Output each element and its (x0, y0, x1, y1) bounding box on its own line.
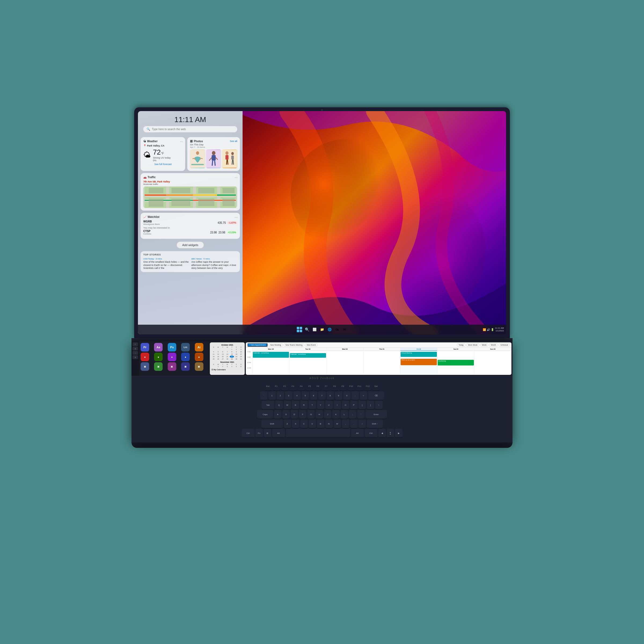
photos-menu[interactable]: ··· (235, 139, 238, 144)
key-j[interactable]: J (324, 410, 331, 419)
key-f6[interactable]: F6 (314, 382, 322, 390)
key-9[interactable]: 9 (335, 391, 342, 400)
key-k[interactable]: K (332, 410, 340, 419)
key-f11[interactable]: F11 (356, 382, 363, 390)
key-rbracket[interactable]: ] (367, 401, 374, 409)
mail-icon[interactable]: ✉ (342, 327, 347, 332)
key-s[interactable]: S (282, 410, 290, 419)
key-backspace[interactable]: ⌫ (368, 391, 384, 400)
new-appointment-btn[interactable]: + New Appointment (247, 343, 268, 347)
file-explorer-icon[interactable]: 📁 (319, 327, 325, 332)
key-o[interactable]: O (342, 401, 349, 409)
key-slash[interactable]: / (358, 419, 366, 428)
key-i[interactable]: I (334, 401, 341, 409)
new-meeting-btn[interactable]: New Meeting (269, 343, 283, 346)
work-week-btn[interactable]: Work Week (466, 343, 479, 346)
key-del[interactable]: Del (372, 382, 380, 390)
week-btn[interactable]: Week (480, 343, 488, 346)
key-w[interactable]: W (284, 401, 291, 409)
watchlist-menu[interactable]: ··· (235, 215, 238, 219)
cal-today[interactable]: 22 (230, 356, 234, 358)
key-backslash[interactable]: \ (375, 401, 383, 409)
schedule-btn[interactable]: Schedule (499, 343, 510, 346)
key-f7[interactable]: F7 (323, 382, 330, 390)
key-y[interactable]: Y (317, 401, 324, 409)
key-1[interactable]: 1 (268, 391, 276, 400)
today-btn[interactable]: Today (457, 343, 465, 346)
key-comma[interactable]: , (342, 419, 349, 428)
app-blue1[interactable]: ● (181, 353, 190, 361)
key-arrow-updown[interactable]: ▲▼ (387, 429, 394, 437)
key-f1[interactable]: F1 (273, 382, 280, 390)
app-misc5[interactable]: ▣ (195, 362, 203, 371)
key-win[interactable]: ⊞ (264, 429, 271, 437)
new-teams-meeting-btn[interactable]: New Teams Meeting (284, 343, 304, 346)
app-purple1[interactable]: ● (168, 353, 176, 361)
key-8[interactable]: 8 (327, 391, 334, 400)
key-f4[interactable]: F4 (298, 382, 305, 390)
key-3[interactable]: 3 (285, 391, 292, 400)
key-f12[interactable]: F12 (364, 382, 372, 390)
traffic-menu[interactable]: ··· (235, 175, 238, 180)
key-0[interactable]: 0 (343, 391, 351, 400)
key-equals[interactable]: = (360, 391, 367, 400)
side-btn-3[interactable]: ☆ (133, 351, 138, 355)
key-arrow-right[interactable]: ▶ (395, 429, 403, 437)
key-2[interactable]: 2 (277, 391, 284, 400)
key-f3[interactable]: F3 (289, 382, 297, 390)
key-b[interactable]: B (317, 419, 324, 428)
weather-menu[interactable]: ··· (180, 139, 183, 144)
key-z[interactable]: Z (284, 419, 291, 428)
key-f10[interactable]: F10 (347, 382, 355, 390)
add-widgets-button[interactable]: Add widgets (177, 241, 204, 248)
key-f5[interactable]: F5 (306, 382, 313, 390)
key-f[interactable]: F (299, 410, 306, 419)
key-t[interactable]: T (309, 401, 316, 409)
side-btn-4[interactable]: ⚙ (133, 355, 138, 359)
key-alt-right[interactable]: Alt (351, 429, 364, 437)
app-lightroom[interactable]: Lrc (181, 343, 190, 352)
key-period[interactable]: . (350, 419, 358, 428)
app-illustrator[interactable]: Ai (195, 343, 203, 352)
app-misc4[interactable]: ▣ (181, 362, 190, 371)
app-misc3[interactable]: ▣ (168, 362, 176, 371)
key-shift-left[interactable]: Shift (261, 419, 283, 428)
start-button[interactable] (297, 327, 302, 332)
search-input[interactable] (152, 128, 234, 131)
key-l[interactable]: L (341, 410, 348, 419)
app-orange1[interactable]: ● (195, 353, 203, 361)
key-alt-left[interactable]: Alt (272, 429, 285, 437)
key-esc[interactable]: Esc (264, 382, 272, 390)
key-f2[interactable]: F2 (281, 382, 288, 390)
app-misc2[interactable]: ▣ (154, 362, 163, 371)
store-icon[interactable]: 🛍 (334, 327, 340, 332)
key-6[interactable]: 6 (310, 391, 317, 400)
key-r[interactable]: R (300, 401, 308, 409)
key-g[interactable]: G (307, 410, 315, 419)
key-5[interactable]: 5 (302, 391, 309, 400)
key-f9[interactable]: F9 (339, 382, 347, 390)
key-d[interactable]: D (291, 410, 298, 419)
key-u[interactable]: U (325, 401, 333, 409)
app-misc1[interactable]: ▣ (141, 362, 149, 371)
key-fn[interactable]: Fn (255, 429, 263, 437)
key-n[interactable]: N (325, 419, 333, 428)
key-v[interactable]: V (309, 419, 316, 428)
task-view-icon[interactable]: ⬜ (312, 327, 317, 332)
app-photoshop[interactable]: Ps (168, 343, 176, 352)
app-aftereffects[interactable]: Ae (154, 343, 163, 352)
key-lbracket[interactable]: [ (358, 401, 366, 409)
search-bar[interactable]: 🔍 (143, 126, 237, 132)
app-red1[interactable]: ● (141, 353, 149, 361)
key-arrow-left[interactable]: ◀ (378, 429, 386, 437)
key-p[interactable]: P (350, 401, 358, 409)
key-enter[interactable]: Enter (365, 410, 387, 419)
key-m[interactable]: M (334, 419, 341, 428)
taskbar-search-icon[interactable]: 🔍 (304, 327, 310, 332)
key-x[interactable]: X (292, 419, 299, 428)
app-premiere[interactable]: Pr (141, 343, 149, 352)
key-4[interactable]: 4 (293, 391, 301, 400)
side-btn-1[interactable]: ≡ (133, 342, 138, 346)
key-7[interactable]: 7 (318, 391, 326, 400)
key-quote[interactable]: ' (357, 410, 365, 419)
